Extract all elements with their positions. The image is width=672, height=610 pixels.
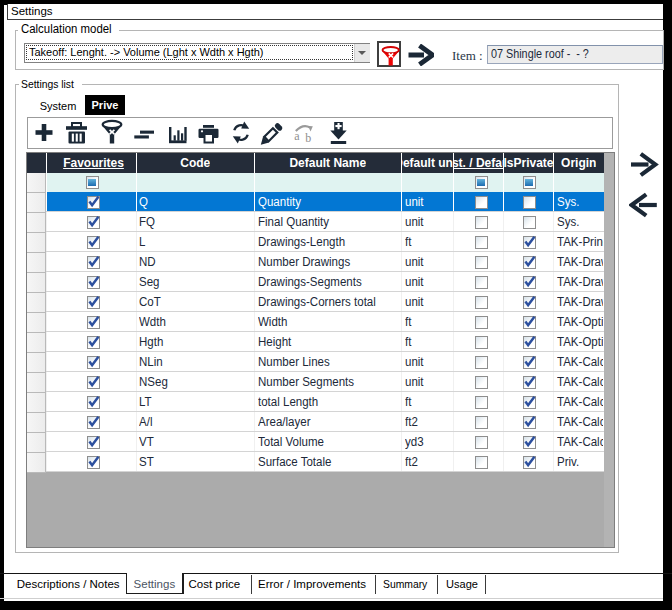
svg-text:b: b — [305, 131, 311, 145]
